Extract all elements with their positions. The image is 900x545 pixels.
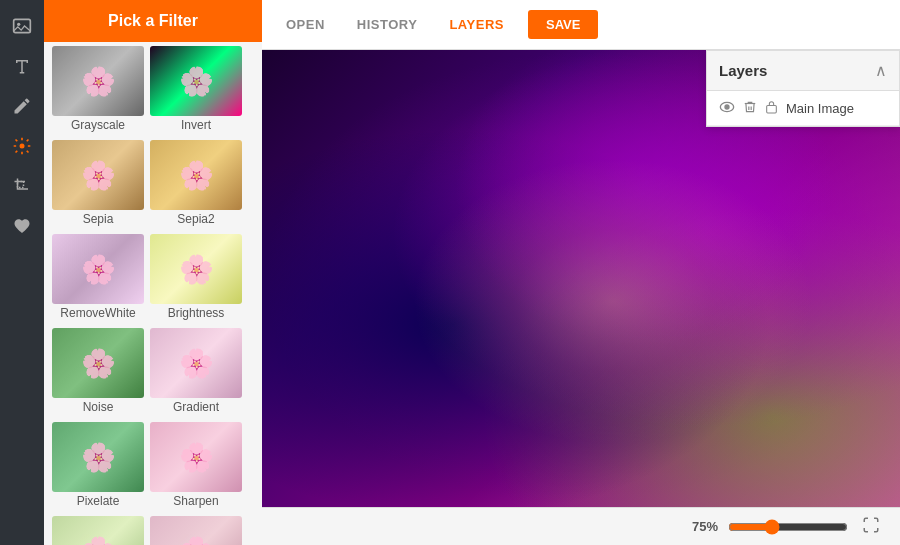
filter-thumb-sepia2	[150, 140, 242, 210]
filter-sepia[interactable]: Sepia	[52, 140, 144, 226]
layer-lock-icon[interactable]	[765, 99, 778, 117]
zoom-label: 75%	[682, 519, 718, 534]
filter-label-sepia: Sepia	[83, 212, 114, 226]
filter-row-5: Pixelate Sharpen	[44, 418, 262, 512]
svg-point-2	[20, 144, 25, 149]
crop-tool[interactable]	[4, 168, 40, 204]
filter-label-gradient: Gradient	[173, 400, 219, 414]
photo-tool[interactable]	[4, 8, 40, 44]
open-button[interactable]: OPEN	[278, 13, 333, 36]
filter-label-brightness: Brightness	[168, 306, 225, 320]
fullscreen-icon[interactable]	[858, 514, 884, 540]
text-tool[interactable]	[4, 48, 40, 84]
filter-row-3: RemoveWhite Brightness	[44, 230, 262, 324]
filter-blur[interactable]: Blur	[52, 516, 144, 545]
filter-label-invert: Invert	[181, 118, 211, 132]
layers-button[interactable]: LAYERS	[441, 13, 512, 36]
svg-point-1	[17, 23, 20, 26]
filter-grayscale[interactable]: Grayscale	[52, 46, 144, 132]
favorites-tool[interactable]	[4, 208, 40, 244]
svg-rect-3	[18, 182, 24, 188]
filter-invert[interactable]: Invert	[150, 46, 242, 132]
filter-noise[interactable]: Noise	[52, 328, 144, 414]
filter-row-2: Sepia Sepia2	[44, 136, 262, 230]
main-area: OPEN HISTORY LAYERS SAVE Layers ∧	[262, 0, 900, 545]
layer-visible-icon[interactable]	[719, 100, 735, 117]
layer-delete-icon[interactable]	[743, 100, 757, 117]
effects-tool[interactable]	[4, 128, 40, 164]
filter-label-removewhite: RemoveWhite	[60, 306, 135, 320]
filter-thumb-noise	[52, 328, 144, 398]
filter-row-1: Grayscale Invert	[44, 42, 262, 136]
filter-label-noise: Noise	[83, 400, 114, 414]
filter-thumb-pixelate	[52, 422, 144, 492]
layers-panel-title: Layers	[719, 62, 767, 79]
svg-point-5	[725, 105, 729, 109]
filter-list: Grayscale Invert Sepia Sepia2 RemoveWhit…	[44, 42, 262, 545]
filter-label-grayscale: Grayscale	[71, 118, 125, 132]
left-toolbar	[0, 0, 44, 545]
filter-sepia2[interactable]: Sepia2	[150, 140, 242, 226]
filter-thumb-invert	[150, 46, 242, 116]
filter-row-6: Blur Emboss	[44, 512, 262, 545]
filter-removewhite[interactable]: RemoveWhite	[52, 234, 144, 320]
layer-name-main: Main Image	[786, 101, 854, 116]
filter-thumb-emboss	[150, 516, 242, 545]
filter-pixelate[interactable]: Pixelate	[52, 422, 144, 508]
filter-gradient[interactable]: Gradient	[150, 328, 242, 414]
layers-panel-header: Layers ∧	[707, 51, 899, 91]
filter-label-pixelate: Pixelate	[77, 494, 120, 508]
filter-row-4: Noise Gradient	[44, 324, 262, 418]
filter-thumb-blur	[52, 516, 144, 545]
bottom-bar: 75%	[262, 507, 900, 545]
history-button[interactable]: HISTORY	[349, 13, 426, 36]
canvas-area[interactable]: Layers ∧	[262, 50, 900, 507]
zoom-slider[interactable]	[728, 519, 848, 535]
filter-panel: Pick a Filter Grayscale Invert Sepia Sep…	[44, 0, 262, 545]
filter-thumb-sepia	[52, 140, 144, 210]
filter-label-sharpen: Sharpen	[173, 494, 218, 508]
filter-label-sepia2: Sepia2	[177, 212, 214, 226]
brush-tool[interactable]	[4, 88, 40, 124]
filter-thumb-grayscale	[52, 46, 144, 116]
layer-item-main[interactable]: Main Image	[707, 91, 899, 126]
save-button[interactable]: SAVE	[528, 10, 598, 39]
filter-sharpen[interactable]: Sharpen	[150, 422, 242, 508]
filter-thumb-removewhite	[52, 234, 144, 304]
filter-thumb-sharpen	[150, 422, 242, 492]
layers-collapse-button[interactable]: ∧	[875, 61, 887, 80]
filter-thumb-gradient	[150, 328, 242, 398]
layers-panel: Layers ∧	[706, 50, 900, 127]
pick-filter-button[interactable]: Pick a Filter	[44, 0, 262, 42]
filter-thumb-brightness	[150, 234, 242, 304]
svg-rect-6	[767, 105, 777, 113]
svg-rect-0	[14, 19, 31, 32]
top-bar: OPEN HISTORY LAYERS SAVE	[262, 0, 900, 50]
filter-brightness[interactable]: Brightness	[150, 234, 242, 320]
filter-emboss[interactable]: Emboss	[150, 516, 242, 545]
